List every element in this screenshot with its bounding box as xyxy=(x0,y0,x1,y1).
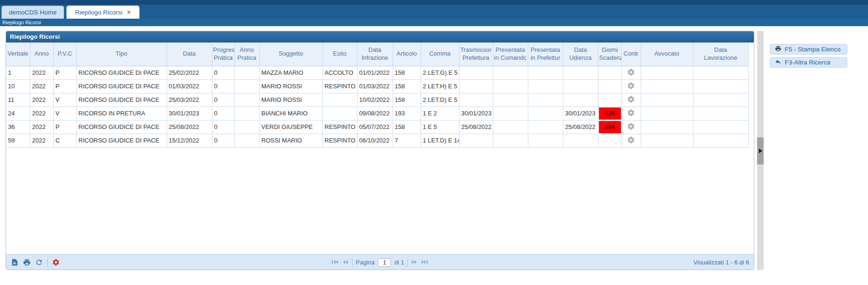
column-header-comma[interactable]: Comma xyxy=(421,43,459,66)
column-header-data_udienza[interactable]: Data Udienza xyxy=(563,43,598,66)
cell-presentata_prefettura xyxy=(528,79,563,93)
column-header-esito[interactable]: Esito xyxy=(322,43,357,66)
cell-anno_pratica xyxy=(234,66,259,79)
last-page-button[interactable] xyxy=(422,259,429,266)
column-header-presentata_comando[interactable]: Presentata in Comandc xyxy=(493,43,528,66)
cell-data: 15/12/2022 xyxy=(167,134,212,147)
cell-presentata_comando xyxy=(493,66,528,79)
cell-data_udienza xyxy=(563,134,598,147)
grid-header: VerbaleAnnoP,V,CTipoDataProgres PraticaA… xyxy=(6,43,748,66)
cell-anno: 2022 xyxy=(30,93,53,107)
column-header-contr[interactable]: Contr xyxy=(621,43,641,66)
cell-pvc: P xyxy=(53,66,76,79)
cell-data_lavorazione xyxy=(693,120,748,134)
reload-icon[interactable] xyxy=(35,258,43,266)
column-header-tipo[interactable]: Tipo xyxy=(76,43,167,66)
cell-progres_pratica: 0 xyxy=(212,107,234,120)
altra-ricerca-button[interactable]: F3-Altra Ricerca xyxy=(770,57,847,68)
column-header-trasmissione_prefettura[interactable]: Trasmissior Prefettura xyxy=(459,43,493,66)
cell-data_udienza xyxy=(563,79,598,93)
cell-giorni_scadenza xyxy=(598,134,621,147)
collapse-handle[interactable] xyxy=(757,137,764,164)
cell-data: 25/03/2022 xyxy=(167,93,212,107)
pager-divider xyxy=(408,258,408,267)
grid-settings-icon[interactable] xyxy=(52,258,60,266)
tab-close-icon[interactable]: × xyxy=(127,9,131,15)
page-input[interactable] xyxy=(378,258,391,267)
cell-trasmissione_prefettura xyxy=(459,93,493,107)
cell-tipo: RICORSO GIUDICE DI PACE xyxy=(76,79,167,93)
collapse-arrow-icon xyxy=(759,149,762,153)
cell-pvc: P xyxy=(53,79,76,93)
gear-icon[interactable] xyxy=(627,68,635,76)
cell-soggetto: MARIO ROSSI xyxy=(259,93,322,107)
gear-icon[interactable] xyxy=(627,122,635,130)
cell-data_infrazione: 01/01/2022 xyxy=(357,66,393,79)
cell-avvocato xyxy=(641,134,693,147)
cell-anno: 2022 xyxy=(30,120,53,134)
button-label: F3-Altra Ricerca xyxy=(785,59,831,66)
table-row[interactable]: 242022VRICORSO IN PRETURA30/01/20230BIAN… xyxy=(6,107,748,120)
riepilogo-panel: Riepilogo Ricorsi VerbaleAnnoP,V,CTipoDa… xyxy=(6,31,754,270)
tab-riepilogo-ricorsi[interactable]: Riepilogo Ricorsi × xyxy=(66,6,139,19)
table-row[interactable]: 592022CRICORSO GIUDICE DI PACE15/12/2022… xyxy=(6,134,748,147)
cell-presentata_prefettura xyxy=(528,93,563,107)
table-row[interactable]: 362022PRICORSO GIUDICE DI PACE25/08/2022… xyxy=(6,120,748,134)
ricorsi-table: VerbaleAnnoP,V,CTipoDataProgres PraticaA… xyxy=(6,43,749,148)
column-header-data_infrazione[interactable]: Data Infrazione xyxy=(357,43,393,66)
column-header-data_lavorazione[interactable]: Data Lavorazione xyxy=(693,43,748,66)
gear-icon[interactable] xyxy=(627,136,635,144)
column-header-data[interactable]: Data xyxy=(167,43,212,66)
cell-trasmissione_prefettura xyxy=(459,134,493,147)
grid-footer: Pagina di 1 Visualizzati 1 - 6 di 6 xyxy=(6,254,754,270)
column-header-soggetto[interactable]: Soggetto xyxy=(259,43,322,66)
column-header-articolo[interactable]: Articolo xyxy=(393,43,421,66)
table-row[interactable]: 112022VRICORSO GIUDICE DI PACE25/03/2022… xyxy=(6,93,748,107)
next-page-button[interactable] xyxy=(411,259,418,266)
gear-icon[interactable] xyxy=(627,109,635,117)
cell-data: 25/02/2022 xyxy=(167,66,212,79)
cell-presentata_prefettura xyxy=(528,66,563,79)
cell-soggetto: BIANCHI MARIO xyxy=(259,107,322,120)
tab-democds-home[interactable]: demoCDS Home xyxy=(1,6,64,19)
cell-esito: ACCOLTO xyxy=(322,66,357,79)
top-strip xyxy=(0,0,868,5)
tab-label: demoCDS Home xyxy=(9,9,57,16)
column-header-pvc[interactable]: P,V,C xyxy=(53,43,76,66)
cell-anno: 2022 xyxy=(30,66,53,79)
column-header-presentata_prefettura[interactable]: Presentata in Prefettur xyxy=(528,43,563,66)
column-header-anno[interactable]: Anno xyxy=(30,43,53,66)
cell-verbale: 11 xyxy=(6,93,30,107)
column-header-progres_pratica[interactable]: Progres Pratica xyxy=(212,43,234,66)
cell-data_infrazione: 10/02/2022 xyxy=(357,93,393,107)
cell-articolo: 193 xyxy=(393,107,421,120)
column-header-giorni_scadenza[interactable]: Giorni Scadenz xyxy=(598,43,621,66)
cell-soggetto: VERDI GIUSEPPE xyxy=(259,120,322,134)
cell-articolo: 158 xyxy=(393,120,421,134)
export-data-icon[interactable] xyxy=(11,258,19,266)
first-page-button[interactable] xyxy=(331,259,338,266)
cell-presentata_comando xyxy=(493,79,528,93)
column-header-anno_pratica[interactable]: Anno Pratica xyxy=(234,43,259,66)
cell-data_infrazione: 01/03/2022 xyxy=(357,79,393,93)
cell-comma: 1 E 5 xyxy=(421,120,459,134)
cell-verbale: 59 xyxy=(6,134,30,147)
cell-comma: 2 LET.D) E 5 xyxy=(421,93,459,107)
gear-icon[interactable] xyxy=(627,95,635,103)
prev-page-button[interactable] xyxy=(342,259,349,266)
page-label: Pagina xyxy=(356,259,374,266)
cell-avvocato xyxy=(641,79,693,93)
gear-icon[interactable] xyxy=(627,82,635,90)
cell-giorni_scadenza xyxy=(598,79,621,93)
column-header-verbale[interactable]: Verbale xyxy=(6,43,30,66)
stampa-elenco-button[interactable]: F5 - Stampa Elenco xyxy=(770,44,847,55)
cell-tipo: RICORSO GIUDICE DI PACE xyxy=(76,93,167,107)
table-row[interactable]: 102022PRICORSO GIUDICE DI PACE01/03/2022… xyxy=(6,79,748,93)
cell-articolo: 158 xyxy=(393,79,421,93)
reply-icon xyxy=(775,58,781,66)
table-row[interactable]: 12022PRICORSO GIUDICE DI PACE25/02/20220… xyxy=(6,66,748,79)
column-header-avvocato[interactable]: Avvocato xyxy=(641,43,693,66)
breadcrumb: Riepilogo Ricorsi xyxy=(0,19,868,26)
print-icon[interactable] xyxy=(23,258,31,266)
cell-soggetto: MARIO ROSSI xyxy=(259,79,322,93)
